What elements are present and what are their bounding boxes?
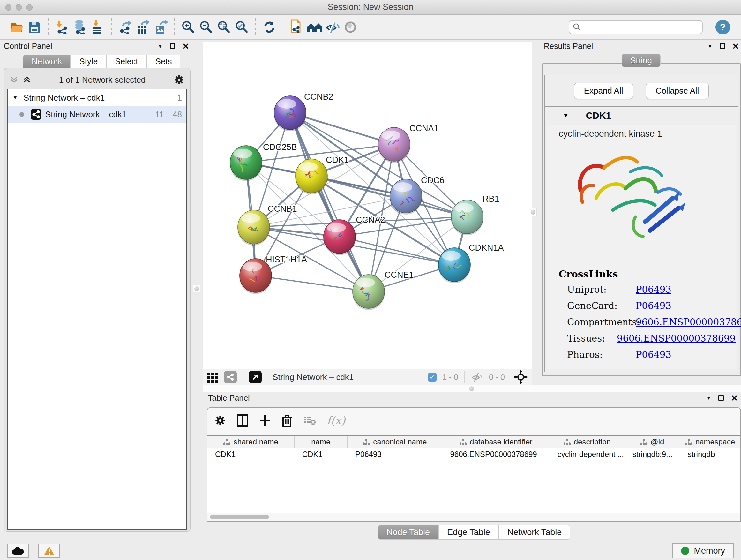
panel-menu-caret-icon[interactable]: ▼ (157, 43, 163, 50)
tab-network-table[interactable]: Network Table (499, 525, 570, 540)
open-session-button[interactable] (8, 18, 25, 37)
tab-sets[interactable]: Sets (146, 55, 180, 68)
float-panel-icon[interactable] (720, 43, 725, 49)
expand-all-chevron-icon[interactable] (23, 76, 31, 84)
node-CCNA1[interactable] (378, 127, 410, 163)
edge-CCNB2-CCNE1[interactable] (290, 113, 368, 292)
column-header--id[interactable]: @id (625, 436, 680, 448)
cloud-status-button[interactable] (7, 544, 29, 558)
crosslink-value-link[interactable]: 9606.ENSP00000378699 (617, 333, 736, 344)
search-input[interactable] (582, 23, 699, 32)
fit-content-button[interactable] (215, 18, 233, 37)
column-header-shared-name[interactable]: shared name (207, 436, 294, 448)
import-table-from-file-button[interactable] (89, 18, 107, 37)
table-row[interactable]: CDK1CDK1P064939606.ENSP00000378699cyclin… (207, 448, 740, 460)
tree-expand-caret-icon[interactable]: ▼ (12, 95, 18, 101)
table-cell[interactable]: 9606.ENSP00000378699 (442, 448, 549, 460)
left-splitter-handle[interactable] (193, 285, 200, 293)
network-graph[interactable]: CCNB2CCNA1CDC25BCDK1CDC6RB1CCNB1CCNA2CDK… (203, 42, 532, 369)
float-panel-icon[interactable] (170, 43, 175, 49)
zoom-selected-button[interactable] (233, 18, 251, 37)
node-CDC6[interactable] (390, 179, 422, 214)
horizontal-splitter[interactable] (203, 385, 741, 392)
help-button[interactable]: ? (716, 20, 730, 35)
section-collapse-caret-icon[interactable]: ▼ (563, 112, 569, 119)
tab-string-results[interactable]: String (622, 54, 661, 67)
table-options-gear-icon[interactable] (214, 415, 226, 426)
zoom-out-button[interactable] (197, 18, 215, 37)
warning-status-button[interactable] (38, 544, 60, 558)
tab-edge-table[interactable]: Edge Table (439, 525, 499, 540)
node-CDC25B[interactable] (230, 145, 262, 181)
open-in-window-icon[interactable] (249, 371, 262, 383)
panel-menu-caret-icon[interactable]: ▼ (707, 43, 713, 50)
panel-menu-caret-icon[interactable]: ▼ (706, 395, 711, 401)
tab-node-table[interactable]: Node Table (378, 525, 439, 540)
hide-unhide-panels-button[interactable] (324, 18, 341, 37)
delete-column-trash-icon[interactable] (281, 414, 292, 427)
close-panel-icon[interactable]: ✕ (732, 42, 739, 51)
network-collection-row[interactable]: ▼ String Network – cdk1 1 (8, 89, 186, 106)
node-CCNB2[interactable] (274, 96, 307, 131)
network-canvas[interactable]: CCNB2CCNA1CDC25BCDK1CDC6RB1CCNB1CCNA2CDK… (203, 42, 532, 369)
right-splitter-handle[interactable] (529, 208, 537, 216)
delete-table-icon[interactable] (303, 415, 316, 426)
table-cell[interactable]: CDK1 (207, 448, 294, 460)
node-CCNE1[interactable] (352, 274, 385, 310)
preview-button[interactable] (341, 18, 359, 37)
table-cell[interactable]: P06493 (347, 448, 443, 460)
node-CCNB1[interactable] (238, 210, 270, 246)
export-table-button[interactable] (134, 18, 152, 37)
tab-network[interactable]: Network (23, 55, 71, 68)
table-cell[interactable]: stringdb:9... (625, 448, 680, 460)
import-network-from-database-button[interactable] (71, 18, 89, 37)
column-header-description[interactable]: description (550, 436, 625, 448)
hidden-eye-icon[interactable] (470, 372, 483, 382)
save-session-button[interactable] (25, 18, 44, 37)
close-panel-icon[interactable]: ✕ (182, 42, 189, 51)
memory-button[interactable]: Memory (672, 543, 734, 558)
column-header-namespace[interactable]: namespace (680, 436, 740, 448)
export-network-button[interactable] (116, 18, 134, 37)
network-options-gear-icon[interactable] (174, 74, 185, 85)
memory-status-dot-icon (681, 547, 689, 555)
crosslink-value-link[interactable]: P06493 (636, 300, 671, 311)
node-RB1[interactable] (451, 200, 483, 235)
node-CDKN1A[interactable] (438, 248, 471, 283)
table-cell[interactable]: CDK1 (294, 448, 347, 460)
string-view-icon[interactable] (224, 371, 237, 383)
float-panel-icon[interactable] (718, 395, 724, 401)
export-image-button[interactable] (152, 18, 170, 37)
zoom-in-button[interactable] (179, 18, 197, 37)
tab-style[interactable]: Style (71, 55, 106, 68)
node-CCNA2[interactable] (323, 220, 356, 255)
close-panel-icon[interactable]: ✕ (731, 394, 738, 402)
collapse-all-chevron-icon[interactable] (10, 76, 18, 84)
selected-nodes-checkbox-icon[interactable]: ✓ (428, 373, 436, 381)
import-network-from-file-button[interactable] (53, 18, 71, 37)
refresh-view-button[interactable] (260, 18, 278, 37)
crosslink-value-link[interactable]: 9606.ENSP00000378699 (636, 317, 741, 327)
table-cell[interactable]: cyclin-dependent ... (550, 448, 625, 460)
horizontal-scrollbar-thumb[interactable] (210, 515, 269, 519)
collapse-all-button[interactable]: Collapse All (646, 83, 709, 99)
node-CDK1[interactable] (295, 159, 328, 194)
network-row[interactable]: String Network – cdk1 11 48 (8, 106, 186, 123)
function-builder-icon[interactable]: f(x) (327, 414, 345, 427)
add-column-icon[interactable] (259, 415, 271, 426)
expand-all-button[interactable]: Expand All (574, 83, 633, 99)
column-header-canonical-name[interactable]: canonical name (347, 436, 443, 448)
search-box[interactable] (569, 20, 703, 34)
crosslink-value-link[interactable]: P06493 (636, 349, 671, 360)
grid-view-icon[interactable] (207, 371, 218, 383)
column-header-name[interactable]: name (294, 436, 347, 448)
edge-HIST1H1A-CCNE1[interactable] (256, 275, 368, 292)
clone-network-button[interactable] (288, 18, 306, 37)
column-header-database-identifier[interactable]: database identifier (442, 436, 549, 448)
show-columns-icon[interactable] (237, 414, 248, 427)
tab-select[interactable]: Select (106, 55, 146, 68)
table-cell[interactable]: stringdb (680, 448, 740, 460)
show-home-button[interactable] (306, 18, 324, 37)
birds-eye-crosshair-icon[interactable] (514, 370, 528, 384)
crosslink-value-link[interactable]: P06493 (636, 284, 671, 295)
